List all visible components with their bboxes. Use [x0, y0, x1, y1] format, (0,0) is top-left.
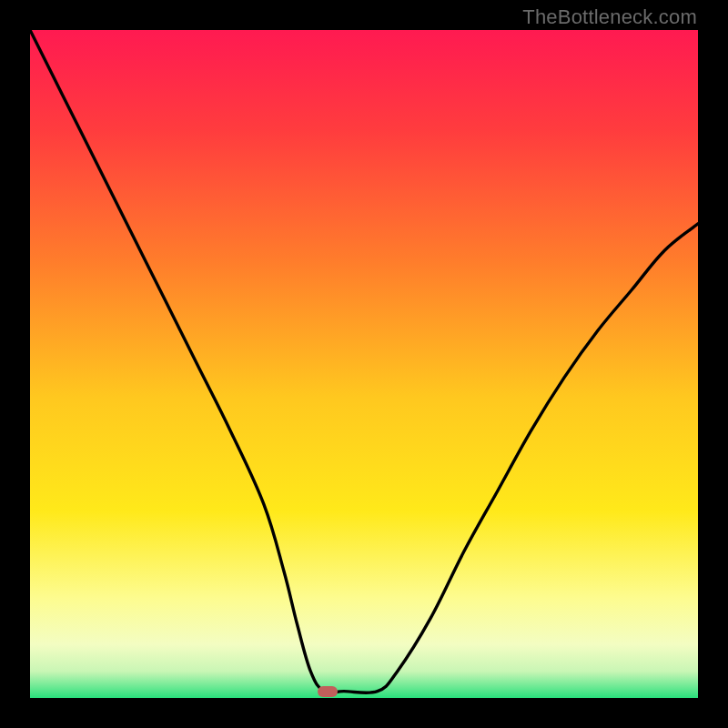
gradient-background — [30, 30, 698, 698]
chart-frame — [30, 30, 698, 698]
optimum-marker — [318, 686, 338, 697]
watermark-text: TheBottleneck.com — [522, 5, 697, 29]
chart-area — [30, 30, 698, 698]
